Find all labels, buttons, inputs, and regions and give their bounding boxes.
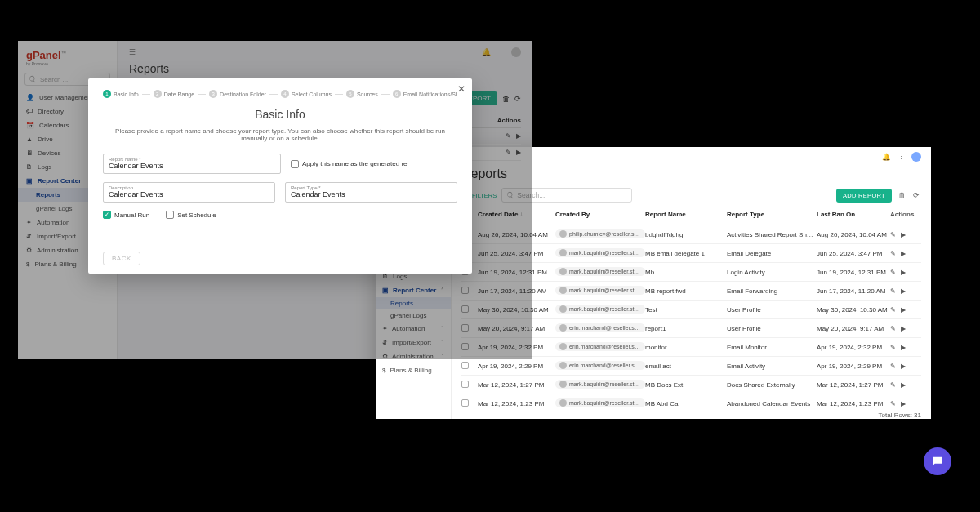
trash-icon[interactable]: 🗑 xyxy=(897,190,906,200)
apply-name-checkbox[interactable]: Apply this name as the generated re xyxy=(291,154,457,174)
table-row[interactable]: Mar 12, 2024, 1:27 PMmark.baquirin@resel… xyxy=(461,376,921,394)
avatar-icon xyxy=(559,305,567,313)
avatar-icon xyxy=(559,362,567,369)
run-icon[interactable]: ▶ xyxy=(901,269,906,276)
bell-icon[interactable]: 🔔 xyxy=(882,153,891,161)
row-checkbox[interactable] xyxy=(461,381,469,388)
report-name-field[interactable]: Report Name * Calendar Events xyxy=(103,154,281,174)
user-chip[interactable]: erin.marchand@reseller.standar... xyxy=(555,323,645,332)
avatar[interactable] xyxy=(911,152,921,162)
edit-icon[interactable]: ✎ xyxy=(890,344,896,351)
description-field[interactable]: Description Calendar Events xyxy=(103,182,275,203)
user-chip[interactable]: mark.baquirin@reseller.standar... xyxy=(555,267,645,276)
user-chip[interactable]: mark.baquirin@reseller.standar... xyxy=(555,248,645,257)
step-2[interactable]: 2Date Range xyxy=(154,90,194,98)
run-icon[interactable]: ▶ xyxy=(901,250,906,257)
avatar-icon xyxy=(559,249,567,256)
back-button[interactable]: BACK xyxy=(103,252,140,265)
edit-icon[interactable]: ✎ xyxy=(890,231,896,238)
run-icon[interactable]: ▶ xyxy=(901,325,906,332)
step-4[interactable]: 4Select Columns xyxy=(281,90,332,98)
avatar-icon xyxy=(559,324,567,332)
set-schedule-checkbox[interactable]: Set Schedule xyxy=(166,211,216,219)
step-5[interactable]: 5Sources xyxy=(346,90,378,98)
wizard-stepper: 1Basic Info2Date Range3Destination Folde… xyxy=(103,90,457,98)
avatar-icon xyxy=(559,343,567,350)
row-checkbox[interactable] xyxy=(461,362,469,369)
user-chip[interactable]: mark.baquirin@reseller.standar... xyxy=(555,380,645,389)
basic-info-modal: ✕ 1Basic Info2Date Range3Destination Fol… xyxy=(88,78,472,274)
avatar-icon xyxy=(559,268,567,275)
nav-icon: $ xyxy=(382,367,385,374)
edit-icon[interactable]: ✎ xyxy=(890,269,896,276)
user-chip[interactable]: mark.baquirin@reseller.standar... xyxy=(555,305,645,314)
report-type-field[interactable]: Report Type * Calendar Events xyxy=(285,182,457,203)
run-icon[interactable]: ▶ xyxy=(901,400,906,407)
refresh-icon[interactable]: ⟳ xyxy=(911,190,921,200)
edit-icon[interactable]: ✎ xyxy=(890,306,896,314)
edit-icon[interactable]: ✎ xyxy=(890,400,896,407)
edit-icon[interactable]: ✎ xyxy=(890,287,896,295)
manual-run-checkbox[interactable]: ✓Manual Run xyxy=(103,211,149,219)
avatar-icon xyxy=(559,381,567,388)
user-chip[interactable]: erin.marchand@reseller.standar... xyxy=(555,342,645,351)
edit-icon[interactable]: ✎ xyxy=(890,325,896,332)
close-icon[interactable]: ✕ xyxy=(457,83,466,95)
step-6[interactable]: 6Email Notifications/Share xyxy=(393,90,457,98)
row-checkbox[interactable] xyxy=(461,399,469,407)
modal-title: Basic Info xyxy=(103,108,457,121)
avatar-icon xyxy=(559,287,567,294)
user-chip[interactable]: mark.baquirin@reseller.standar... xyxy=(555,398,645,407)
run-icon[interactable]: ▶ xyxy=(901,287,906,295)
table-row[interactable]: Mar 12, 2024, 1:23 PMmark.baquirin@resel… xyxy=(461,394,921,407)
step-3[interactable]: 3Destination Folder xyxy=(209,90,266,98)
user-chip[interactable]: philip.chumley@reseller.standa... xyxy=(555,229,645,238)
add-report-button[interactable]: ADD REPORT xyxy=(836,189,892,203)
run-icon[interactable]: ▶ xyxy=(901,231,906,238)
user-chip[interactable]: mark.baquirin@reseller.standar... xyxy=(555,286,645,295)
table-row[interactable]: Apr 19, 2024, 2:29 PMerin.marchand@resel… xyxy=(461,357,921,376)
run-icon[interactable]: ▶ xyxy=(901,363,906,370)
avatar-icon xyxy=(559,230,567,238)
step-1[interactable]: 1Basic Info xyxy=(103,90,139,98)
edit-icon[interactable]: ✎ xyxy=(890,250,896,257)
run-icon[interactable]: ▶ xyxy=(901,306,906,314)
user-chip[interactable]: erin.marchand@reseller.standar... xyxy=(555,361,645,370)
edit-icon[interactable]: ✎ xyxy=(890,381,896,389)
kebab-icon[interactable]: ⋮ xyxy=(898,153,905,161)
run-icon[interactable]: ▶ xyxy=(901,381,906,389)
run-icon[interactable]: ▶ xyxy=(901,344,906,351)
modal-lead: Please provide a report name and choose … xyxy=(103,127,457,142)
edit-icon[interactable]: ✎ xyxy=(890,363,896,370)
avatar-icon xyxy=(559,399,567,407)
sidebar-item-plans-billing[interactable]: $Plans & Billing xyxy=(376,363,451,377)
chat-icon xyxy=(931,455,944,468)
chat-bubble[interactable] xyxy=(924,447,951,475)
total-rows: Total Rows: 31 xyxy=(452,407,931,419)
